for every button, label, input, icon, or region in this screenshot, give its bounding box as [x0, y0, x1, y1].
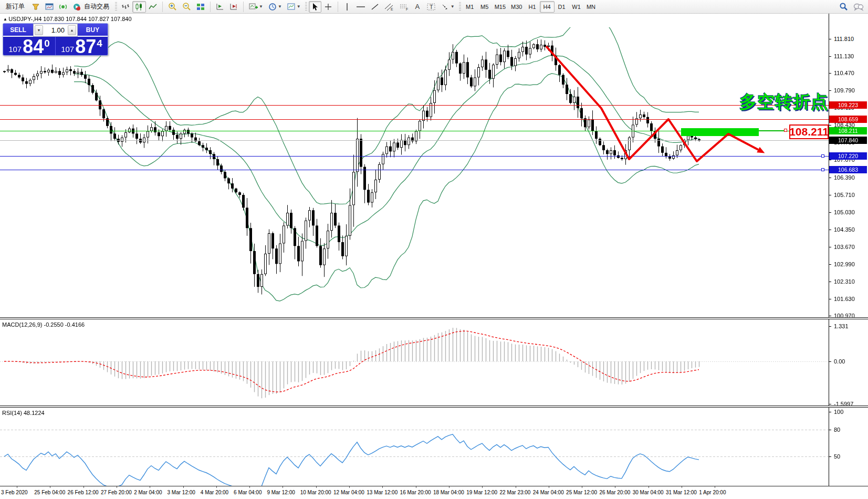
chart-canvas[interactable]	[0, 14, 829, 486]
cursor-tool-icon[interactable]	[309, 1, 321, 13]
new-order-button[interactable]: 新订单	[2, 1, 29, 13]
auto-trading-label: 自动交易	[82, 2, 111, 11]
buy-price-pip: 4	[97, 38, 102, 48]
chat-icon[interactable]	[851, 1, 866, 13]
horizontal-level-line-106.683[interactable]	[0, 170, 829, 170]
level-line-handle-106.683[interactable]	[821, 168, 824, 171]
time-axis-tick	[183, 486, 184, 488]
volume-decrease-button[interactable]: ▼	[35, 25, 43, 35]
shapes-caret[interactable]: ▼	[451, 4, 455, 9]
time-axis-tick	[83, 486, 84, 488]
chart-shift-icon[interactable]	[227, 1, 240, 13]
label-tool-icon[interactable]: T	[424, 1, 438, 13]
turning-point-annotation[interactable]: 多空转折点	[739, 90, 829, 114]
tab-timeframe-m30[interactable]: M30	[508, 1, 525, 13]
tab-timeframe-h4[interactable]: H4	[540, 1, 555, 13]
signal-icon[interactable]	[56, 1, 70, 13]
time-axis-tick	[17, 486, 17, 488]
vertical-line-tool-icon[interactable]	[341, 1, 353, 13]
pane-separator-rsi[interactable]	[0, 406, 868, 408]
periods-caret[interactable]: ▼	[278, 4, 282, 9]
crosshair-tool-icon[interactable]	[321, 1, 335, 13]
templates-icon[interactable]: ▼	[285, 1, 304, 13]
volume-control: ▼ ▲	[33, 24, 78, 37]
horizontal-line-tool-icon[interactable]	[353, 1, 368, 13]
toolbar-drag-handle[interactable]	[115, 2, 117, 12]
highlight-rectangle-annotation[interactable]	[681, 128, 759, 136]
auto-scroll-icon[interactable]	[213, 1, 227, 13]
time-axis[interactable]: 3 Feb 202025 Feb 04:0026 Feb 12:0027 Feb…	[0, 486, 868, 499]
collapse-arrow-icon[interactable]: ▲	[3, 17, 8, 22]
fibonacci-tool-icon[interactable]: F	[396, 1, 411, 13]
tab-timeframe-mn[interactable]: MN	[584, 1, 599, 13]
trendline-tool-icon[interactable]	[368, 1, 382, 13]
search-icon[interactable]	[836, 1, 851, 13]
price-tick-label-tick	[829, 56, 831, 57]
volume-increase-button[interactable]: ▲	[68, 25, 76, 35]
add-indicator-caret[interactable]: ▼	[259, 4, 263, 9]
price-tick-label: 102.990	[834, 261, 855, 267]
text-tool-icon[interactable]: A	[411, 1, 424, 13]
tab-timeframe-w1[interactable]: W1	[569, 1, 584, 13]
price-tick-label: 106.390	[834, 174, 855, 181]
bar-chart-icon[interactable]	[119, 1, 132, 13]
rsi-tick-label: 80	[834, 427, 840, 433]
horizontal-level-line-107.840[interactable]	[0, 140, 829, 141]
new-order-icon[interactable]	[29, 1, 43, 13]
volume-input[interactable]	[44, 24, 67, 36]
price-tag-annotation[interactable]: 108.211	[789, 124, 829, 139]
tab-timeframe-d1[interactable]: D1	[555, 1, 569, 13]
price-tag-anchor-square[interactable]	[784, 129, 787, 132]
tab-timeframe-m5[interactable]: M5	[477, 1, 492, 13]
pane-separator-macd[interactable]	[0, 317, 868, 319]
chart-window-icon[interactable]	[43, 1, 56, 13]
toolbar: 新订单 自动交易	[0, 0, 868, 14]
price-flag-108.211: 108.211	[829, 127, 867, 134]
price-tick-label-tick	[829, 73, 831, 74]
line-chart-icon[interactable]	[146, 1, 160, 13]
horizontal-level-line-109.223[interactable]	[0, 105, 829, 106]
rsi-tick-label: 100	[834, 409, 843, 415]
time-axis-tick	[349, 486, 350, 488]
time-axis-tick	[249, 486, 250, 488]
chart-window: ▲ USDJPY-,H4 107.830 107.844 107.827 107…	[0, 14, 868, 499]
price-tick-label-tick	[829, 39, 831, 39]
zoom-out-icon[interactable]	[180, 1, 194, 13]
periods-clock-icon[interactable]: ▼	[266, 1, 285, 13]
time-axis-label: 10 Mar 20:00	[300, 490, 331, 495]
level-line-handle-107.220[interactable]	[821, 154, 824, 158]
price-tag-connector-line	[759, 130, 784, 131]
templates-caret[interactable]: ▼	[297, 4, 301, 9]
horizontal-level-line-107.220[interactable]	[0, 156, 829, 157]
price-tick-label-tick	[829, 160, 831, 160]
time-axis-label: 3 Feb 2020	[1, 490, 28, 495]
price-tick-label-tick	[829, 299, 831, 299]
toolbar-drag-handle3[interactable]	[459, 2, 461, 12]
tab-timeframe-h1[interactable]: H1	[525, 1, 540, 13]
auto-trading-button[interactable]: 自动交易	[70, 1, 113, 13]
svg-text:E: E	[391, 7, 393, 11]
time-axis-label: 26 Mar 20:00	[599, 490, 630, 495]
buy-button[interactable]: BUY	[78, 24, 108, 37]
price-tick-label-tick	[829, 125, 831, 126]
toolbar-drag-handle2[interactable]	[305, 2, 307, 12]
price-tick-label-tick	[829, 230, 831, 230]
candlestick-chart-icon[interactable]	[132, 1, 146, 13]
time-axis-label: 19 Mar 12:00	[466, 490, 497, 495]
zoom-in-icon[interactable]	[165, 1, 180, 13]
price-tick-label: 105.710	[834, 192, 855, 198]
tile-windows-icon[interactable]	[194, 1, 207, 13]
equidistant-channel-tool-icon[interactable]: E	[382, 1, 396, 13]
sell-button[interactable]: SELL	[3, 24, 33, 37]
tab-timeframe-m1[interactable]: M1	[463, 1, 477, 13]
tab-timeframe-m15[interactable]: M15	[492, 1, 508, 13]
sell-price[interactable]: 107 84 0	[3, 37, 56, 56]
time-axis-label: 24 Mar 04:00	[533, 490, 564, 495]
time-axis-label: 22 Mar 23:00	[500, 490, 531, 495]
horizontal-level-line-108.659[interactable]	[0, 119, 829, 120]
price-tick-label: 110.470	[834, 70, 854, 76]
shapes-tool-icon[interactable]: ▼	[438, 1, 457, 13]
add-indicator-icon[interactable]: ▼	[246, 1, 266, 13]
buy-price[interactable]: 107 87 4	[56, 37, 108, 56]
price-flag-107.840: 107.840	[829, 137, 867, 144]
